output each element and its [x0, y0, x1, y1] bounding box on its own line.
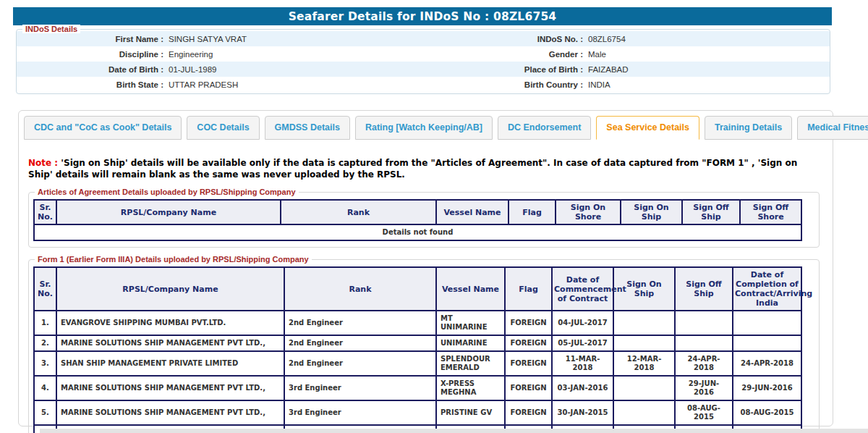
- table-cell: 11-MAR-2018: [552, 351, 613, 376]
- note-prefix: Note :: [28, 158, 58, 168]
- table-cell: [675, 335, 733, 351]
- column-header-rank: Rank: [284, 267, 436, 311]
- table-cell: 2nd Engineer: [284, 311, 436, 335]
- indos-details-panel: INDoS Details First Name :SINGH SATYA VR…: [16, 29, 830, 94]
- tab-sea-service-details[interactable]: Sea Service Details: [596, 116, 699, 140]
- table-cell: [675, 311, 733, 335]
- table-cell: 24-APR-2018: [675, 351, 733, 376]
- column-header-sign-on-ship: Sign On Ship: [621, 200, 682, 224]
- form1-panel-legend: Form 1 (Earlier Form IIIA) Details uploa…: [35, 255, 312, 264]
- form1-table: Sr. No.RPSL/Company NameRankVessel NameF…: [33, 266, 802, 433]
- table-cell: SHAN SHIP MANAGEMENT PRIVATE LIMITED: [56, 351, 284, 376]
- table-cell: 3.: [34, 351, 56, 376]
- column-header-vessel-name: Vessel Name: [436, 200, 509, 224]
- detail-label: Birth State :: [17, 80, 169, 89]
- table-cell: 29-JUN-2016: [733, 376, 801, 400]
- column-header-date-of-completion-of-contract-arriving-india: Date of Completion of Contract/Arriving …: [733, 267, 801, 311]
- table-cell: 12-MAR-2018: [613, 351, 675, 376]
- column-header-sign-off-ship: Sign Off Ship: [675, 267, 733, 311]
- detail-row-first-name: First Name :SINGH SATYA VRATINDoS No. :0…: [17, 31, 830, 46]
- column-header-date-of-commencement-of-contract: Date of Commencement of Contract: [552, 267, 613, 311]
- table-cell: 2nd Engineer: [284, 335, 436, 351]
- page-title: Seafarer Details for INDoS No : 08ZL6754: [289, 10, 557, 23]
- detail-label: Place of Birth :: [425, 65, 588, 74]
- indos-details-legend: INDoS Details: [22, 25, 80, 33]
- detail-value: Male: [588, 50, 830, 59]
- table-cell: 08-AUG-2015: [675, 400, 733, 425]
- detail-value: 01-JUL-1989: [169, 65, 425, 74]
- tab-gmdss-details[interactable]: GMDSS Details: [265, 116, 350, 140]
- column-header-rank: Rank: [281, 200, 436, 224]
- table-cell: PRISTINE GV: [436, 400, 505, 425]
- table-row: 3.SHAN SHIP MANAGEMENT PRIVATE LIMITED2n…: [34, 351, 801, 376]
- table-row: 2.MARINE SOLUTIONS SHIP MANAGEMENT PVT L…: [34, 335, 801, 351]
- tab-training-details[interactable]: Training Details: [705, 116, 792, 140]
- table-cell: 08-AUG-2015: [733, 400, 801, 425]
- detail-row-date-of-birth: Date of Birth :01-JUL-1989Place of Birth…: [17, 62, 830, 77]
- table-row: 1.EVANGROVE SHIPPING MUMBAI PVT.LTD.2nd …: [34, 311, 801, 335]
- indos-details-grid: First Name :SINGH SATYA VRATINDoS No. :0…: [17, 31, 830, 92]
- column-header-flag: Flag: [505, 267, 552, 311]
- table-cell: MARINE SOLUTIONS SHIP MANAGEMENT PVT LTD…: [56, 400, 284, 425]
- note-text: Note : 'Sign on Ship' details will be av…: [28, 157, 824, 180]
- table-cell: 04-JUL-2017: [552, 311, 613, 335]
- table-cell: [613, 311, 675, 335]
- table-cell: SPLENDOUR EMERALD: [436, 351, 505, 376]
- table-row: 4.MARINE SOLUTIONS SHIP MANAGEMENT PVT L…: [34, 376, 801, 400]
- details-not-found-message: Details not found: [34, 224, 801, 240]
- table-header-row: Sr. No.RPSL/Company NameRankVessel NameF…: [34, 200, 801, 224]
- table-cell: UNIMARINE: [436, 335, 505, 351]
- table-cell: [733, 335, 801, 351]
- table-cell: FOREIGN: [505, 311, 552, 335]
- detail-label: Date of Birth :: [17, 65, 169, 74]
- detail-row-discipline: Discipline :EngineeringGender :Male: [17, 46, 830, 62]
- column-header-sign-on-shore: Sign On Shore: [556, 200, 621, 224]
- detail-label: INDoS No. :: [425, 35, 588, 43]
- form1-panel: Form 1 (Earlier Form IIIA) Details uploa…: [28, 259, 820, 433]
- table-cell: 3rd Engineer: [284, 400, 436, 425]
- detail-value: UTTAR PRADESH: [169, 80, 425, 89]
- column-header-vessel-name: Vessel Name: [436, 267, 505, 311]
- column-header-rpsl-company-name: RPSL/Company Name: [56, 200, 281, 224]
- column-header-sr-no: Sr. No.: [34, 267, 56, 311]
- table-cell: MARINE SOLUTIONS SHIP MANAGEMENT PVT LTD…: [56, 376, 284, 400]
- table-cell: 05-JUL-2017: [552, 335, 613, 351]
- column-header-sign-off-ship: Sign Off Ship: [682, 200, 740, 224]
- detail-value: FAIZABAD: [588, 65, 830, 74]
- detail-label: Birth Country :: [425, 80, 588, 89]
- articles-of-agreement-table: Sr. No.RPSL/Company NameRankVessel NameF…: [33, 199, 802, 241]
- table-cell: MARINE SOLUTIONS SHIP MANAGEMENT PVT LTD…: [56, 335, 284, 351]
- note-body: 'Sign on Ship' details will be available…: [28, 158, 797, 180]
- column-header-sr-no: Sr. No.: [34, 200, 56, 224]
- detail-row-birth-state: Birth State :UTTAR PRADESHBirth Country …: [17, 77, 830, 92]
- detail-label: Gender :: [425, 50, 588, 59]
- detail-label: Discipline :: [17, 50, 169, 59]
- empty-row: Details not found: [34, 224, 801, 240]
- bottom-divider: [40, 429, 868, 433]
- detail-value: SINGH SATYA VRAT: [169, 35, 425, 43]
- table-cell: FOREIGN: [505, 335, 552, 351]
- tab-content-container: CDC and "CoC as Cook" DetailsCOC Details…: [18, 110, 833, 426]
- detail-value: INDIA: [588, 80, 830, 89]
- detail-value: 08ZL6754: [588, 35, 830, 43]
- tab-rating-watch-keeping-ab[interactable]: Rating [Watch Keeping/AB]: [355, 116, 493, 140]
- tab-dc-endorsement[interactable]: DC Endorsement: [498, 116, 591, 140]
- table-cell: 29-JUN-2016: [675, 376, 733, 400]
- tab-cdc-and-coc-as-cook-details[interactable]: CDC and "CoC as Cook" Details: [24, 116, 182, 140]
- table-cell: X-PRESS MEGHNA: [436, 376, 505, 400]
- table-cell: [613, 400, 675, 425]
- column-header-sign-off-shore: Sign Off Shore: [740, 200, 801, 224]
- articles-of-agreement-panel: Articles of Agreement Details uploaded b…: [28, 192, 820, 248]
- tab-medical-fitness-certificate[interactable]: Medical Fitness Certificate: [797, 116, 868, 140]
- table-cell: [733, 311, 801, 335]
- table-cell: 2.: [34, 335, 56, 351]
- tab-bar: CDC and "CoC as Cook" DetailsCOC Details…: [24, 116, 833, 140]
- table-cell: EVANGROVE SHIPPING MUMBAI PVT.LTD.: [56, 311, 284, 335]
- articles-panel-legend: Articles of Agreement Details uploaded b…: [35, 188, 299, 196]
- table-cell: 3rd Engineer: [284, 376, 436, 400]
- tab-coc-details[interactable]: COC Details: [187, 116, 259, 140]
- table-header-row: Sr. No.RPSL/Company NameRankVessel NameF…: [34, 267, 801, 311]
- table-cell: [613, 376, 675, 400]
- table-cell: MT UNIMARINE: [436, 311, 505, 335]
- table-row: 5.MARINE SOLUTIONS SHIP MANAGEMENT PVT L…: [34, 400, 801, 425]
